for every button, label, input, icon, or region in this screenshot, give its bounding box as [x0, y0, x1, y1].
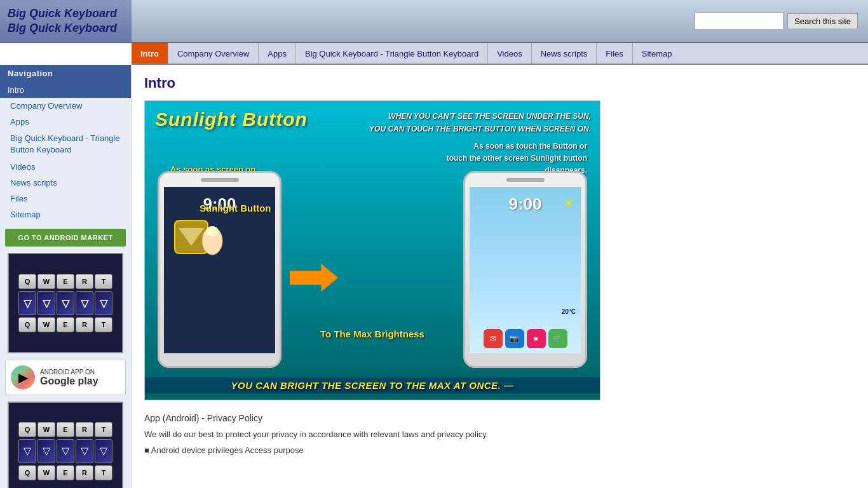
- sidebar-link-videos[interactable]: Videos: [0, 159, 131, 175]
- hero-banner: Sunlight Button WHEN YOU CAN'T SEE THE S…: [144, 100, 600, 400]
- nav-item-sitemap[interactable]: Sitemap: [633, 43, 681, 64]
- privacy-section: App (Android) - Privacy Policy We will d…: [144, 413, 855, 455]
- finger-pointer-icon: [200, 225, 238, 257]
- nav-item-files[interactable]: Files: [597, 43, 632, 64]
- search-button[interactable]: Search this site: [787, 13, 858, 29]
- navbar: Intro Company Overview Apps Big Quick Ke…: [132, 43, 868, 65]
- hero-top-caption: WHEN YOU CAN'T SEE THE SCREEN UNDER THE …: [369, 110, 591, 136]
- nav-item-intro[interactable]: Intro: [132, 43, 168, 64]
- arrow-right-icon: [290, 264, 338, 292]
- app-image-2: Q W E R T ▽ ▽ ▽ ▽ ▽ Q W E R: [8, 402, 123, 488]
- site-title: Big Quick Keyboard Big Quick Keyboard: [8, 6, 124, 36]
- privacy-title: App (Android) - Privacy Policy: [144, 413, 855, 423]
- max-brightness-label: To The Max Brightness: [288, 329, 457, 339]
- hero-bottom-text: YOU CAN BRIGHT THE SCREEN TO THE MAX AT …: [145, 377, 600, 393]
- svg-point-1: [206, 226, 219, 236]
- nav-item-big-quick[interactable]: Big Quick Keyboard - Triangle Button Key…: [296, 43, 488, 64]
- search-input[interactable]: [695, 12, 783, 30]
- nav-item-company[interactable]: Company Overview: [168, 43, 259, 64]
- search-area: Search this site: [695, 12, 858, 30]
- privacy-body: We will do our best to protect your priv…: [144, 428, 855, 442]
- nav-item-videos[interactable]: Videos: [488, 43, 532, 64]
- sidebar-link-files[interactable]: Files: [0, 191, 131, 207]
- phone-right: 9:00 ☀ 20°C ✉ 📷 ★ 🛒: [463, 171, 587, 368]
- google-play-label: Google play: [40, 376, 98, 387]
- sidebar-link-company[interactable]: Company Overview: [0, 98, 131, 114]
- sidebar-link-sitemap[interactable]: Sitemap: [0, 207, 131, 222]
- google-play-icon: ▶: [11, 365, 35, 390]
- sidebar-link-big-quick[interactable]: Big Quick Keyboard - Triangle Button Key…: [0, 130, 131, 159]
- main-content: Intro Sunlight Button WHEN YOU CAN'T SEE…: [132, 65, 868, 488]
- android-market-button[interactable]: GO TO ANDROID MARKET: [5, 229, 126, 247]
- nav-item-apps[interactable]: Apps: [259, 43, 296, 64]
- nav-item-news[interactable]: News scripts: [532, 43, 597, 64]
- sidebar-link-apps[interactable]: Apps: [0, 114, 131, 130]
- sidebar-link-news[interactable]: News scripts: [0, 175, 131, 191]
- android-access: ■ Android device privileges Access purpo…: [144, 445, 855, 455]
- sidebar-intro-link[interactable]: Intro: [0, 82, 131, 98]
- sidebar: Navigation Intro Company Overview Apps B…: [0, 65, 132, 488]
- phone-left: 9:00: [158, 171, 281, 368]
- sidebar-nav-header: Navigation: [0, 65, 131, 82]
- google-play-pre-label: ANDROID APP ON: [40, 369, 98, 376]
- site-logo-area: Big Quick Keyboard Big Quick Keyboard: [0, 0, 132, 42]
- sunlight-btn-label: Sunlight Button: [200, 203, 271, 214]
- app-image-1: Q W E R T ▽ ▽ ▽ ▽ ▽ Q W E: [8, 253, 123, 353]
- sunlight-title: Sunlight Button: [155, 109, 308, 130]
- google-play-box[interactable]: ▶ ANDROID APP ON Google play: [5, 360, 126, 395]
- page-title: Intro: [144, 75, 855, 92]
- header-right: Search this site: [132, 0, 868, 42]
